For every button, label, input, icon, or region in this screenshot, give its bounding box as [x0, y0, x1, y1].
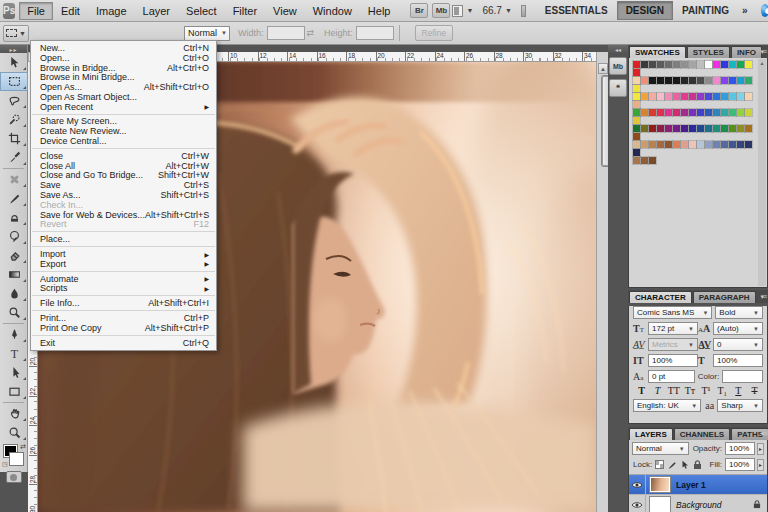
file-menu-item-device-central[interactable]: Device Central... [31, 136, 216, 146]
eraser-tool[interactable] [0, 246, 28, 265]
color-swatch[interactable] [705, 109, 712, 116]
color-swatch[interactable] [681, 93, 688, 100]
file-menu-item-exit[interactable]: ExitCtrl+Q [31, 338, 216, 348]
color-swatch[interactable] [641, 77, 648, 84]
zoom-tool[interactable] [0, 423, 28, 442]
font-family-select[interactable]: Comic Sans MS▼ [633, 306, 712, 319]
color-swatch[interactable] [633, 141, 640, 148]
color-swatch[interactable] [689, 125, 696, 132]
color-swatch[interactable] [729, 61, 736, 68]
layer-row-background[interactable]: Background [629, 495, 767, 512]
color-swatch[interactable] [737, 141, 744, 148]
color-swatch[interactable] [697, 141, 704, 148]
dodge-tool[interactable] [0, 303, 28, 322]
color-swatch[interactable] [713, 61, 720, 68]
superscript-button[interactable]: T¹ [700, 385, 713, 396]
menubar-item-layer[interactable]: Layer [135, 2, 179, 20]
character-tab-character[interactable]: CHARACTER [629, 291, 692, 303]
color-swatch[interactable] [641, 93, 648, 100]
color-swatch[interactable] [633, 109, 640, 116]
color-swatch[interactable] [665, 125, 672, 132]
clone-stamp-tool[interactable] [0, 208, 28, 227]
color-swatch[interactable] [689, 141, 696, 148]
color-swatch[interactable] [681, 125, 688, 132]
color-swatch[interactable] [641, 141, 648, 148]
color-swatch[interactable] [745, 77, 752, 84]
menubar-item-edit[interactable]: Edit [53, 2, 88, 20]
color-swatch[interactable] [633, 149, 640, 156]
arrange-dropdown-caret[interactable]: ▼ [466, 7, 473, 14]
lock-transparency-icon[interactable] [655, 460, 664, 469]
expand-dock-icon[interactable]: ◂◂ [608, 45, 628, 53]
eyedropper-tool[interactable] [0, 148, 28, 167]
background-color-well[interactable] [10, 453, 23, 465]
zoom-level-value[interactable]: 66.7 [482, 5, 501, 16]
character-tab-paragraph[interactable]: PARAGRAPH [693, 291, 756, 303]
color-swatch[interactable] [705, 61, 712, 68]
color-swatch[interactable] [737, 77, 744, 84]
file-menu-item-open[interactable]: Open...Ctrl+O [31, 53, 216, 63]
file-menu-item-open-as-smart-object[interactable]: Open As Smart Object... [31, 92, 216, 102]
screen-mode-icon[interactable] [521, 5, 526, 17]
color-swatch[interactable] [721, 125, 728, 132]
color-swatch[interactable] [657, 125, 664, 132]
workspace-essentials[interactable]: ESSENTIALS [536, 1, 617, 20]
color-swatch[interactable] [673, 61, 680, 68]
font-size-select[interactable]: 172 pt▼ [648, 322, 698, 335]
height-input[interactable] [356, 26, 394, 40]
color-swatch[interactable] [641, 61, 648, 68]
color-swatch[interactable] [649, 61, 656, 68]
workspace-painting[interactable]: PAINTING [673, 1, 738, 20]
swatches-tab-info[interactable]: INFO [731, 46, 762, 58]
color-swatch[interactable] [649, 157, 656, 164]
file-menu-item-file-info[interactable]: File Info...Alt+Shift+Ctrl+I [31, 298, 216, 308]
color-swatch[interactable] [737, 93, 744, 100]
color-swatch[interactable] [705, 93, 712, 100]
text-color-swatch[interactable] [722, 370, 763, 383]
quick-mask-button[interactable] [6, 471, 22, 483]
color-swatch[interactable] [641, 109, 648, 116]
tool-preset-button[interactable]: ▼ [3, 25, 29, 42]
baseline-shift-input[interactable]: 0 pt [648, 370, 695, 383]
color-swatch[interactable] [737, 61, 744, 68]
default-colors-icon[interactable]: ◳ [2, 460, 8, 467]
layer-thumbnail[interactable] [650, 477, 670, 492]
swatches-panel-menu-icon[interactable]: ▾≡ [760, 48, 766, 56]
color-swatch[interactable] [745, 61, 752, 68]
color-swatch[interactable] [697, 125, 704, 132]
color-swatch[interactable] [697, 109, 704, 116]
color-swatch[interactable] [689, 93, 696, 100]
file-menu-item-close-and-go-to-bridge[interactable]: Close and Go To Bridge...Shift+Ctrl+W [31, 171, 216, 181]
file-menu-item-open-recent[interactable]: Open Recent▶ [31, 102, 216, 112]
menubar-item-image[interactable]: Image [88, 2, 135, 20]
workspace-overflow-chevron[interactable]: » [742, 5, 747, 16]
tracking-select[interactable]: 0▼ [713, 338, 763, 351]
file-menu-item-check-in[interactable]: Check In... [31, 200, 216, 210]
color-swatch[interactable] [633, 133, 640, 140]
color-swatch[interactable] [705, 77, 712, 84]
file-menu-item-automate[interactable]: Automate▶ [31, 274, 216, 284]
underline-button[interactable]: T [732, 385, 745, 396]
file-menu-item-place[interactable]: Place... [31, 234, 216, 244]
opacity-spinner[interactable]: ▸ [757, 443, 764, 455]
color-swatch[interactable] [665, 141, 672, 148]
color-swatch[interactable] [713, 77, 720, 84]
width-input[interactable] [267, 26, 305, 40]
file-menu-item-browse-in-bridge[interactable]: Browse in Bridge...Alt+Ctrl+O [31, 63, 216, 73]
zoom-dropdown-caret[interactable]: ▼ [505, 7, 512, 14]
layer-visibility-icon[interactable] [629, 495, 646, 512]
cs-live-button[interactable]: CS Live ▼ [761, 0, 768, 22]
color-swatch[interactable] [657, 77, 664, 84]
color-swatch[interactable] [681, 61, 688, 68]
color-swatch[interactable] [665, 93, 672, 100]
color-swatch[interactable] [657, 93, 664, 100]
language-select[interactable]: English: UK▼ [633, 399, 701, 412]
vertical-scale-input[interactable]: 100% [648, 354, 698, 367]
color-swatch[interactable] [745, 141, 752, 148]
subscript-button[interactable]: T₁ [716, 385, 729, 396]
color-swatch[interactable] [705, 141, 712, 148]
layer-thumbnail[interactable] [650, 497, 670, 512]
file-menu-item-print[interactable]: Print...Ctrl+P [31, 313, 216, 323]
swatches-tab-styles[interactable]: STYLES [687, 46, 730, 58]
launch-mini-bridge-button[interactable]: Mb [432, 3, 450, 18]
